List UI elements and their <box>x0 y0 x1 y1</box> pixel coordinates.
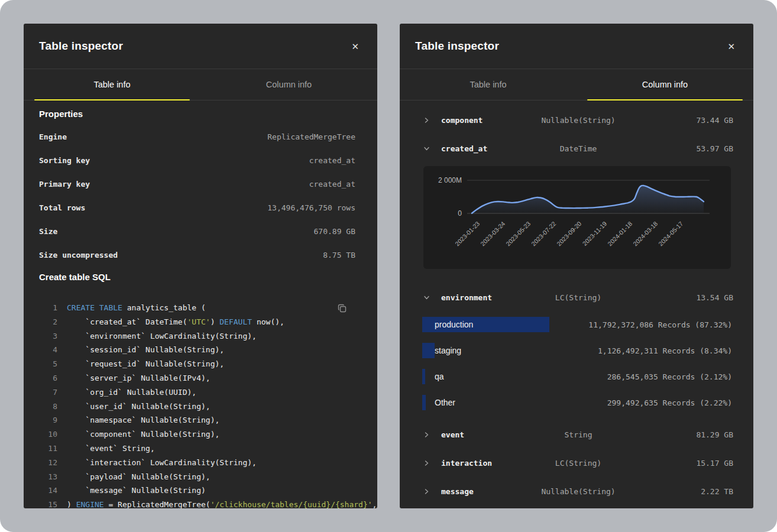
sql-code-block: 1CREATE TABLE analytics_table (2 `create… <box>39 301 355 508</box>
svg-text:2023-09-20: 2023-09-20 <box>555 220 583 248</box>
env-value-row-staging: staging1,126,492,311 Records (8.34%) <box>422 338 733 364</box>
copy-button[interactable] <box>336 302 349 317</box>
env-bar <box>422 395 426 410</box>
line-code: ) ENGINE = ReplicatedMergeTree('/clickho… <box>67 498 377 508</box>
property-value: 13,496,476,750 rows <box>267 203 355 212</box>
env-bar <box>422 369 425 384</box>
property-value: 670.89 GB <box>314 227 355 236</box>
env-value-row-qa: qa286,545,035 Records (2.12%) <box>422 364 733 390</box>
dialog-title: Table inspector <box>39 40 123 53</box>
property-row-primary-key: Primary keycreated_at <box>39 172 355 196</box>
property-value: created_at <box>309 156 355 165</box>
line-number: 14 <box>39 484 57 498</box>
create-table-sql-heading: Create table SQL <box>39 272 355 282</box>
tab-table-info[interactable]: Table info <box>400 69 577 100</box>
line-number: 4 <box>39 343 57 357</box>
line-number: 15 <box>39 498 57 508</box>
line-code: `component` Nullable(String), <box>67 427 219 442</box>
env-value-label: production <box>435 320 473 329</box>
column-row-event[interactable]: eventString81.29 GB <box>423 420 733 449</box>
property-label: Engine <box>39 132 67 141</box>
tab-bar: Table infoColumn info <box>24 69 377 100</box>
column-type: LC(String) <box>555 459 601 468</box>
column-row-created_at[interactable]: created_atDateTime53.97 GB <box>423 134 733 163</box>
line-number: 10 <box>39 427 57 442</box>
sql-line: 6 `server_ip` Nullable(IPv4), <box>39 371 355 385</box>
line-code: CREATE TABLE analytics_table ( <box>67 301 206 315</box>
sql-line: 12 `interaction` LowCardinality(String), <box>39 456 355 470</box>
sql-line: 11 `event` String, <box>39 442 355 456</box>
sql-line: 4 `session_id` Nullable(String), <box>39 343 355 357</box>
properties-list: EngineReplicatedMergeTreeSorting keycrea… <box>39 125 355 267</box>
column-list: componentNullable(String)73.44 GBcreated… <box>400 100 753 505</box>
table-inspector-dialog-table-info: Table inspector ✕ Table infoColumn info … <box>24 24 377 508</box>
property-value: 8.75 TB <box>323 251 355 259</box>
line-number: 11 <box>39 442 57 456</box>
column-size: 15.17 GB <box>696 459 733 468</box>
sql-line: 8 `user_id` Nullable(String), <box>39 400 355 414</box>
column-row-interaction[interactable]: interactionLC(String)15.17 GB <box>423 449 733 477</box>
line-code: `payload` Nullable(String), <box>67 470 211 484</box>
tab-table-info[interactable]: Table info <box>24 69 200 100</box>
chevron-down-icon <box>423 294 441 301</box>
svg-text:2024-03-18: 2024-03-18 <box>632 220 659 248</box>
svg-text:2023-03-24: 2023-03-24 <box>479 220 507 248</box>
line-number: 7 <box>39 385 57 400</box>
table-info-content: Properties EngineReplicatedMergeTreeSort… <box>24 109 377 508</box>
property-label: Size <box>39 227 57 236</box>
column-name: environment <box>441 293 492 302</box>
property-label: Size uncompressed <box>39 251 118 259</box>
env-value-label: Other <box>435 398 455 407</box>
property-row-sorting-key: Sorting keycreated_at <box>39 148 355 172</box>
screenshot-background: Table inspector ✕ Table infoColumn info … <box>0 0 777 532</box>
column-row-component[interactable]: componentNullable(String)73.44 GB <box>423 106 733 134</box>
dialog-header: Table inspector ✕ <box>400 24 753 69</box>
column-size: 81.29 GB <box>696 430 733 439</box>
line-code: `request_id` Nullable(String), <box>67 357 224 371</box>
line-code: `created_at` DateTime('UTC') DEFAULT now… <box>67 315 284 329</box>
svg-text:2023-07-22: 2023-07-22 <box>530 220 558 248</box>
tab-column-info[interactable]: Column info <box>200 69 377 100</box>
sql-line: 1CREATE TABLE analytics_table ( <box>39 301 355 315</box>
svg-text:2 000M: 2 000M <box>438 176 462 184</box>
column-name: component <box>441 116 483 125</box>
column-size: 53.97 GB <box>696 144 733 153</box>
line-number: 5 <box>39 357 57 371</box>
property-label: Primary key <box>39 180 90 189</box>
line-number: 13 <box>39 470 57 484</box>
env-value-records: 11,792,372,086 Records (87.32%) <box>588 320 732 329</box>
sql-line: 10 `component` Nullable(String), <box>39 427 355 442</box>
sql-line: 15) ENGINE = ReplicatedMergeTree('/click… <box>39 498 355 508</box>
created-at-distribution-chart: 2 000M02023-01-232023-03-242023-05-23202… <box>423 166 731 269</box>
chevron-right-icon <box>423 117 441 124</box>
properties-heading: Properties <box>39 109 355 119</box>
column-size: 73.44 GB <box>696 116 733 125</box>
dialog-header: Table inspector ✕ <box>24 24 377 69</box>
line-code: `message` Nullable(String) <box>67 484 206 498</box>
column-name: created_at <box>441 144 487 153</box>
property-label: Sorting key <box>39 156 90 165</box>
env-value-records: 299,492,635 Records (2.22%) <box>607 398 732 407</box>
tab-column-info[interactable]: Column info <box>577 69 753 100</box>
svg-text:2023-01-23: 2023-01-23 <box>454 220 481 248</box>
column-row-environment[interactable]: environmentLC(String)13.54 GB <box>423 283 733 312</box>
sql-code-lines: 1CREATE TABLE analytics_table (2 `create… <box>39 301 355 508</box>
sql-line: 13 `payload` Nullable(String), <box>39 470 355 484</box>
column-name: interaction <box>441 459 492 468</box>
chevron-right-icon <box>423 432 441 438</box>
line-code: `org_id` Nullable(UUID), <box>67 385 196 400</box>
close-icon: ✕ <box>727 41 735 51</box>
line-number: 6 <box>39 371 57 385</box>
line-code: `namespace` Nullable(String), <box>67 413 219 427</box>
env-value-records: 1,126,492,311 Records (8.34%) <box>598 346 732 355</box>
column-type: Nullable(String) <box>541 487 615 496</box>
close-button[interactable]: ✕ <box>725 40 737 53</box>
env-value-label: qa <box>435 372 444 381</box>
line-number: 8 <box>39 400 57 414</box>
column-type: Nullable(String) <box>541 116 615 125</box>
close-button[interactable]: ✕ <box>349 40 361 53</box>
line-code: `event` String, <box>67 442 155 456</box>
column-row-message[interactable]: messageNullable(String)2.22 TB <box>423 477 733 505</box>
svg-text:2024-01-18: 2024-01-18 <box>606 220 634 248</box>
property-row-total-rows: Total rows13,496,476,750 rows <box>39 196 355 219</box>
